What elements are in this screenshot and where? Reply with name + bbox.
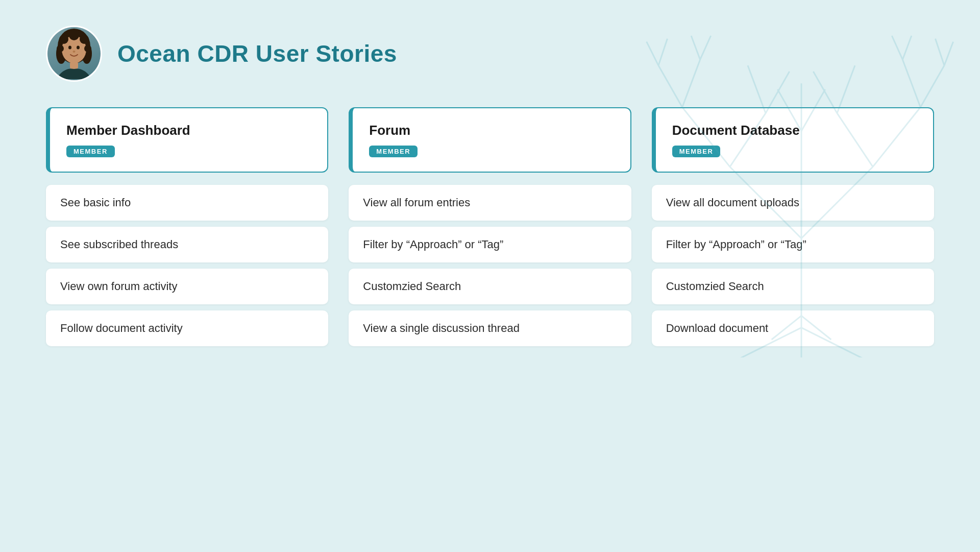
- avatar: [46, 26, 102, 82]
- svg-point-37: [68, 46, 71, 50]
- story-item: Filter by “Approach” or “Tag”: [652, 227, 934, 262]
- story-list-member-dashboard: See basic infoSee subscribed threadsView…: [46, 185, 328, 346]
- story-item: Follow document activity: [46, 310, 328, 346]
- story-item: View all forum entries: [349, 185, 631, 221]
- story-item: Customzied Search: [652, 269, 934, 304]
- story-item: Customzied Search: [349, 269, 631, 304]
- story-list-document-database: View all document uploadsFilter by “Appr…: [652, 185, 934, 346]
- category-card-document-database: Document DatabaseMEMBER: [652, 107, 934, 173]
- avatar-image: [47, 26, 101, 82]
- category-card-forum: ForumMEMBER: [349, 107, 631, 173]
- page-title: Ocean CDR User Stories: [117, 40, 397, 67]
- story-item: View own forum activity: [46, 269, 328, 304]
- story-item: Filter by “Approach” or “Tag”: [349, 227, 631, 262]
- story-item: View all document uploads: [652, 185, 934, 221]
- category-title-forum: Forum: [369, 123, 614, 138]
- category-card-member-dashboard: Member DashboardMEMBER: [46, 107, 328, 173]
- svg-point-45: [80, 35, 89, 44]
- columns-container: Member DashboardMEMBERSee basic infoSee …: [46, 107, 934, 346]
- header: Ocean CDR User Stories: [0, 0, 980, 97]
- category-title-document-database: Document Database: [672, 123, 917, 138]
- story-item: View a single discussion thread: [349, 310, 631, 346]
- column-forum: ForumMEMBERView all forum entriesFilter …: [349, 107, 631, 346]
- main-content: Member DashboardMEMBERSee basic infoSee …: [0, 97, 980, 367]
- column-member-dashboard: Member DashboardMEMBERSee basic infoSee …: [46, 107, 328, 346]
- story-list-forum: View all forum entriesFilter by “Approac…: [349, 185, 631, 346]
- category-title-member-dashboard: Member Dashboard: [66, 123, 311, 138]
- column-document-database: Document DatabaseMEMBERView all document…: [652, 107, 934, 346]
- svg-point-42: [84, 45, 91, 52]
- svg-point-41: [57, 45, 64, 52]
- category-badge-forum: MEMBER: [369, 146, 418, 157]
- svg-rect-40: [70, 62, 78, 69]
- svg-point-44: [69, 30, 79, 40]
- category-badge-document-database: MEMBER: [672, 146, 721, 157]
- story-item: Download document: [652, 310, 934, 346]
- svg-point-39: [73, 51, 76, 53]
- story-item: See basic info: [46, 185, 328, 221]
- svg-point-38: [77, 46, 80, 50]
- story-item: See subscribed threads: [46, 227, 328, 262]
- category-badge-member-dashboard: MEMBER: [66, 146, 115, 157]
- svg-point-43: [59, 35, 68, 44]
